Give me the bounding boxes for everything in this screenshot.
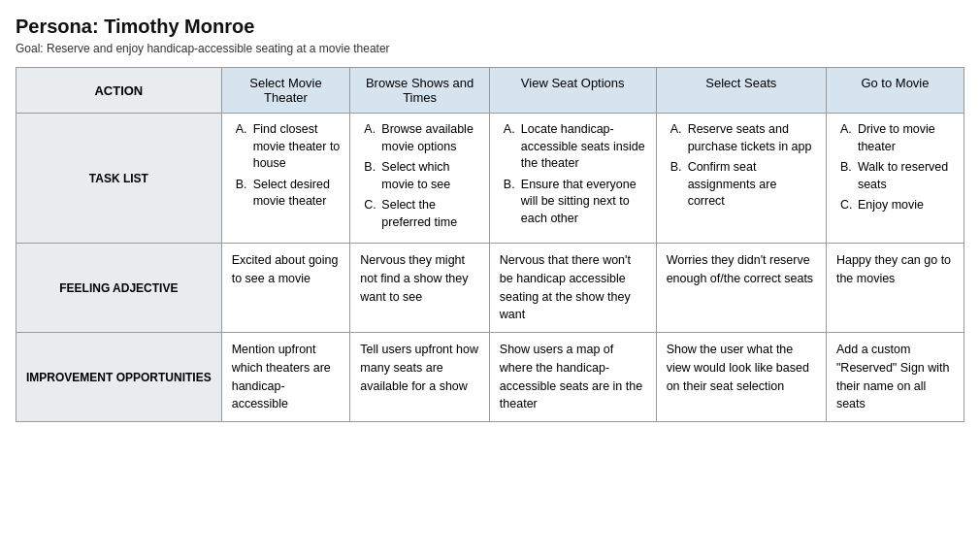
task-list-items-select-seats: A.Reserve seats and purchase tickets in … (667, 121, 816, 211)
task-list-cell-select-movie-theater: A.Find closest movie theater to houseB.S… (221, 114, 350, 244)
col-header-go-to-movie: Go to Movie (826, 68, 964, 114)
improvement-opportunities-row-header: IMPROVEMENT OPPORTUNITIES (16, 333, 222, 422)
list-item: C.Select the preferred time (364, 197, 478, 231)
persona-title: Persona: Timothy Monroe (16, 16, 964, 38)
col-header-select-seats: Select Seats (656, 68, 826, 114)
task-list-row-header: TASK LIST (16, 114, 222, 244)
task-list-cell-browse-shows: A.Browse available movie optionsB.Select… (350, 114, 489, 244)
task-list-items-browse-shows: A.Browse available movie optionsB.Select… (360, 121, 478, 231)
list-item: C.Enjoy movie (840, 197, 954, 214)
improvement-cell-browse-shows: Tell users upfront how many seats are av… (350, 333, 489, 422)
improvement-cell-select-movie-theater: Mention upfront which theaters are handi… (221, 333, 350, 422)
task-list-cell-view-seat-options: A.Locate handicap-accessible seats insid… (489, 114, 656, 244)
task-list-items-select-movie-theater: A.Find closest movie theater to houseB.S… (232, 121, 341, 211)
list-item: A.Locate handicap-accessible seats insid… (504, 121, 646, 173)
task-list-cell-go-to-movie: A.Drive to movie theaterB.Walk to reserv… (826, 114, 964, 244)
list-item: A.Drive to movie theater (840, 121, 954, 155)
feeling-cell-browse-shows: Nervous they might not find a show they … (350, 244, 489, 333)
feeling-adjective-row: FEELING ADJECTIVE Excited about going to… (16, 244, 964, 333)
task-list-row: TASK LIST A.Find closest movie theater t… (16, 114, 964, 244)
col-header-select-movie-theater: Select Movie Theater (221, 68, 350, 114)
improvement-cell-view-seat-options: Show users a map of where the handicap-a… (489, 333, 656, 422)
list-item: B.Walk to reserved seats (840, 159, 954, 193)
persona-goal: Goal: Reserve and enjoy handicap-accessi… (16, 42, 964, 55)
task-list-items-go-to-movie: A.Drive to movie theaterB.Walk to reserv… (836, 121, 954, 214)
feeling-cell-select-seats: Worries they didn't reserve enough of/th… (656, 244, 826, 333)
task-list-items-view-seat-options: A.Locate handicap-accessible seats insid… (500, 121, 646, 227)
list-item: B.Ensure that everyone will be sitting n… (504, 177, 646, 228)
journey-map-table: ACTION Select Movie Theater Browse Shows… (16, 67, 964, 422)
improvement-opportunities-row: IMPROVEMENT OPPORTUNITIES Mention upfron… (16, 333, 964, 422)
col-header-view-seat-options: View Seat Options (489, 68, 656, 114)
improvement-cell-go-to-movie: Add a custom "Reserved" Sign with their … (826, 333, 964, 422)
feeling-cell-go-to-movie: Happy they can go to the movies (826, 244, 964, 333)
list-item: B.Confirm seat assignments are correct (670, 159, 816, 211)
action-column-header: ACTION (16, 68, 222, 114)
list-item: B.Select which movie to see (364, 159, 478, 193)
list-item: A.Reserve seats and purchase tickets in … (670, 121, 816, 155)
list-item: B.Select desired movie theater (236, 177, 341, 211)
improvement-cell-select-seats: Show the user what the view would look l… (656, 333, 826, 422)
feeling-cell-view-seat-options: Nervous that there won't be handicap acc… (489, 244, 656, 333)
list-item: A.Find closest movie theater to house (236, 121, 341, 173)
feeling-cell-select-movie-theater: Excited about going to see a movie (221, 244, 350, 333)
feeling-adjective-row-header: FEELING ADJECTIVE (16, 244, 222, 333)
list-item: A.Browse available movie options (364, 121, 478, 155)
col-header-browse-shows: Browse Shows and Times (350, 68, 489, 114)
task-list-cell-select-seats: A.Reserve seats and purchase tickets in … (656, 114, 826, 244)
